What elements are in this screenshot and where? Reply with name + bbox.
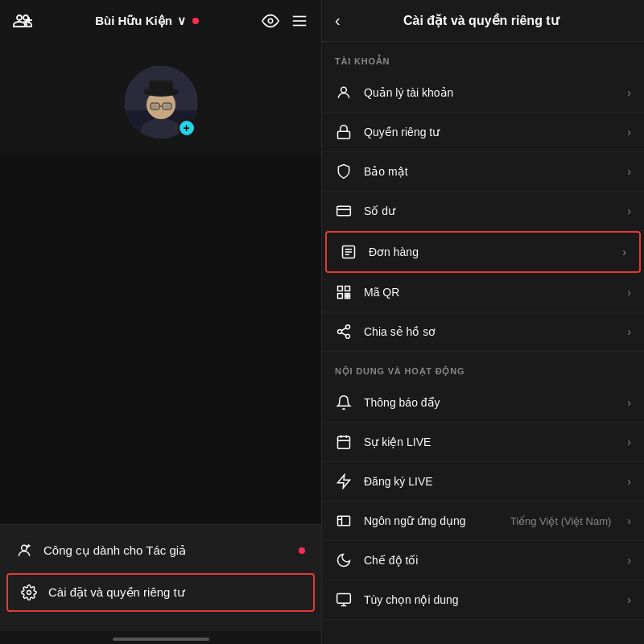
svg-rect-34 xyxy=(345,296,348,299)
svg-rect-22 xyxy=(338,131,350,138)
author-tools-label: Công cụ dành cho Tác giả xyxy=(43,543,186,558)
svg-point-16 xyxy=(151,104,158,109)
security-icon xyxy=(335,163,353,180)
section-header-account: TÀI KHOẢN xyxy=(322,42,644,73)
svg-rect-49 xyxy=(337,594,351,604)
notification-dot xyxy=(192,18,199,24)
svg-rect-33 xyxy=(348,294,350,296)
svg-point-21 xyxy=(341,87,347,93)
top-right-icons xyxy=(262,12,308,30)
svg-point-36 xyxy=(346,325,350,329)
live-register-chevron: › xyxy=(627,475,631,488)
eye-icon[interactable] xyxy=(262,12,279,30)
settings-item-balance[interactable]: Số dư › xyxy=(322,192,644,231)
menu-item-settings[interactable]: Cài đặt và quyền riêng tư xyxy=(6,573,315,612)
settings-item-dark-mode[interactable]: Chế độ tối › xyxy=(322,541,644,580)
live-events-label: Sự kiện LIVE xyxy=(364,436,616,448)
settings-item-live-register[interactable]: Đăng ký LIVE › xyxy=(322,462,644,502)
svg-rect-32 xyxy=(345,294,348,296)
share-profile-icon xyxy=(335,324,353,340)
share-profile-label: Chia sẻ hồ sơ xyxy=(364,325,616,338)
share-profile-chevron: › xyxy=(627,325,631,338)
live-events-icon xyxy=(335,434,353,450)
qr-chevron: › xyxy=(627,286,631,299)
menu-icon[interactable] xyxy=(291,12,308,30)
settings-item-qr[interactable]: Mã QR › xyxy=(322,273,644,312)
privacy-chevron: › xyxy=(627,126,631,138)
svg-rect-41 xyxy=(338,436,350,448)
dark-mode-icon xyxy=(335,552,353,568)
left-top-bar: Bùi Hữu Kiện ∨ xyxy=(0,0,321,42)
add-user-icon[interactable] xyxy=(13,11,32,31)
settings-item-security[interactable]: Bảo mật › xyxy=(322,152,644,192)
svg-rect-29 xyxy=(338,287,343,291)
content-pref-icon xyxy=(335,592,353,608)
svg-rect-30 xyxy=(345,287,350,291)
right-header: ‹ Cài đặt và quyền riêng tư xyxy=(322,0,644,42)
privacy-label: Quyền riêng tư xyxy=(364,126,616,138)
username-chevron: ∨ xyxy=(177,14,186,28)
qr-icon xyxy=(335,284,353,300)
svg-point-2 xyxy=(268,19,273,23)
settings-item-content-pref[interactable]: Tùy chọn nội dung › xyxy=(322,580,644,620)
live-register-label: Đăng ký LIVE xyxy=(364,475,616,488)
svg-line-39 xyxy=(341,332,346,335)
username-area[interactable]: Bùi Hữu Kiện ∨ xyxy=(95,14,199,28)
balance-icon xyxy=(335,203,353,219)
language-value: Tiếng Việt (Việt Nam) xyxy=(510,515,612,527)
manage-account-icon xyxy=(335,85,353,101)
notifications-label: Thông báo đẩy xyxy=(364,396,616,409)
language-chevron: › xyxy=(627,514,631,527)
privacy-icon xyxy=(335,124,353,140)
svg-point-20 xyxy=(27,591,31,595)
svg-line-40 xyxy=(341,328,346,330)
settings-item-orders[interactable]: Đơn hàng › xyxy=(325,231,641,273)
qr-label: Mã QR xyxy=(364,286,616,299)
security-chevron: › xyxy=(627,165,631,178)
language-label: Ngôn ngữ ứng dụng xyxy=(364,514,499,527)
svg-point-18 xyxy=(22,545,27,551)
avatar-wrapper[interactable]: + xyxy=(125,66,197,138)
settings-item-live-events[interactable]: Sự kiện LIVE › xyxy=(322,423,644,462)
left-panel: Bùi Hữu Kiện ∨ xyxy=(0,0,322,644)
bottom-indicator xyxy=(0,631,321,644)
orders-icon xyxy=(340,244,357,260)
svg-rect-31 xyxy=(338,294,343,299)
svg-point-38 xyxy=(346,334,350,338)
right-panel: ‹ Cài đặt và quyền riêng tư TÀI KHOẢN Qu… xyxy=(322,0,644,644)
dark-mode-label: Chế độ tối xyxy=(364,554,616,567)
settings-item-share-profile[interactable]: Chia sẻ hồ sơ › xyxy=(322,312,644,352)
avatar-plus-button[interactable]: + xyxy=(178,119,196,137)
svg-rect-35 xyxy=(348,296,350,299)
username-text: Bùi Hữu Kiện xyxy=(95,14,172,28)
svg-rect-46 xyxy=(338,516,350,526)
svg-point-17 xyxy=(164,104,171,109)
menu-item-author-tools[interactable]: Công cụ dành cho Tác giả xyxy=(0,531,321,570)
content-pref-chevron: › xyxy=(627,593,631,606)
left-content-area xyxy=(0,155,321,524)
svg-rect-23 xyxy=(337,206,351,216)
live-events-chevron: › xyxy=(627,436,631,448)
back-button[interactable]: ‹ xyxy=(335,11,341,30)
svg-rect-12 xyxy=(149,80,173,93)
balance-chevron: › xyxy=(627,204,631,217)
avatar-section: + xyxy=(0,42,321,155)
home-indicator-bar xyxy=(113,638,209,641)
settings-item-manage-account[interactable]: Quản lý tài khoản › xyxy=(322,73,644,113)
svg-point-37 xyxy=(338,330,342,334)
manage-account-label: Quản lý tài khoản xyxy=(364,86,616,99)
notifications-icon xyxy=(335,394,353,411)
settings-icon xyxy=(21,584,37,601)
left-bottom-menu: Công cụ dành cho Tác giả Cài đặt và quyề… xyxy=(0,524,321,631)
settings-item-privacy[interactable]: Quyền riêng tư › xyxy=(322,113,644,152)
orders-label: Đơn hàng xyxy=(369,246,611,258)
notifications-chevron: › xyxy=(627,396,631,409)
author-tools-dot xyxy=(299,547,305,554)
section-header-content: NỘI DUNG VÀ HOẠT ĐỘNG xyxy=(322,352,644,383)
language-icon xyxy=(335,513,353,529)
author-tools-icon xyxy=(16,543,32,559)
manage-account-chevron: › xyxy=(627,86,631,99)
settings-item-language[interactable]: Ngôn ngữ ứng dụng Tiếng Việt (Việt Nam) … xyxy=(322,502,644,541)
orders-chevron: › xyxy=(622,246,626,258)
settings-item-notifications[interactable]: Thông báo đẩy › xyxy=(322,383,644,423)
